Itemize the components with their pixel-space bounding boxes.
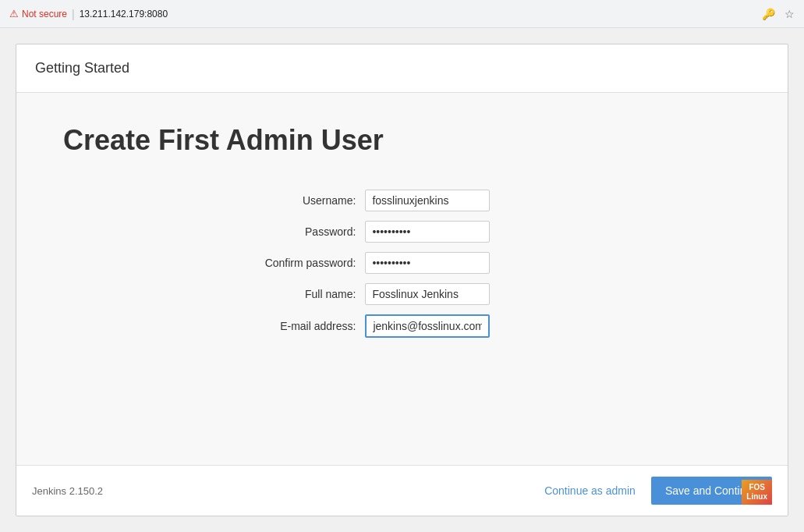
browser-icons: 🔑 ☆	[762, 8, 795, 20]
password-row: Password:	[63, 216, 741, 247]
save-button-wrapper: Save and Continue FOSLinux	[651, 477, 772, 505]
confirm-password-input[interactable]	[365, 252, 490, 274]
fosslinux-badge: FOSLinux	[742, 480, 772, 505]
panel-title: Getting Started	[35, 60, 769, 76]
email-row: E-mail address:	[63, 310, 741, 342]
username-field-cell	[365, 185, 741, 216]
username-row: Username:	[63, 185, 741, 216]
panel-header: Getting Started	[16, 44, 788, 93]
jenkins-panel: Getting Started Create First Admin User …	[16, 44, 788, 516]
email-input[interactable]	[365, 314, 490, 338]
email-label: E-mail address:	[63, 310, 365, 342]
password-field-cell	[365, 216, 741, 247]
fullname-row: Full name:	[63, 278, 741, 310]
confirm-password-row: Confirm password:	[63, 247, 741, 278]
fullname-field-cell	[365, 278, 741, 310]
warning-icon: ⚠	[9, 8, 19, 20]
fullname-label: Full name:	[63, 278, 365, 310]
version-label: Jenkins 2.150.2	[32, 485, 103, 497]
browser-chrome: ⚠ Not secure | 13.211.142.179:8080 🔑 ☆	[0, 0, 804, 28]
not-secure-indicator: ⚠ Not secure	[9, 8, 67, 20]
password-label: Password:	[63, 216, 365, 247]
form-heading: Create First Admin User	[63, 124, 741, 157]
panel-body: Create First Admin User Username: Passwo…	[16, 93, 788, 465]
divider: |	[72, 8, 75, 20]
admin-user-form: Username: Password: Confirm password:	[63, 185, 741, 342]
username-input[interactable]	[365, 190, 490, 211]
confirm-password-field-cell	[365, 247, 741, 278]
footer-actions: Continue as admin Save and Continue FOSL…	[544, 477, 772, 505]
not-secure-label: Not secure	[22, 9, 67, 20]
key-icon: 🔑	[762, 8, 775, 20]
fullname-input[interactable]	[365, 283, 490, 305]
star-icon[interactable]: ☆	[785, 8, 795, 20]
email-field-cell	[365, 310, 741, 342]
panel-footer: Jenkins 2.150.2 Continue as admin Save a…	[16, 465, 788, 516]
confirm-password-label: Confirm password:	[63, 247, 365, 278]
password-input[interactable]	[365, 221, 490, 243]
continue-as-admin-link[interactable]: Continue as admin	[544, 484, 636, 497]
address-bar[interactable]: 13.211.142.179:8080	[80, 9, 168, 20]
username-label: Username:	[63, 185, 365, 216]
main-content: Getting Started Create First Admin User …	[0, 28, 804, 532]
